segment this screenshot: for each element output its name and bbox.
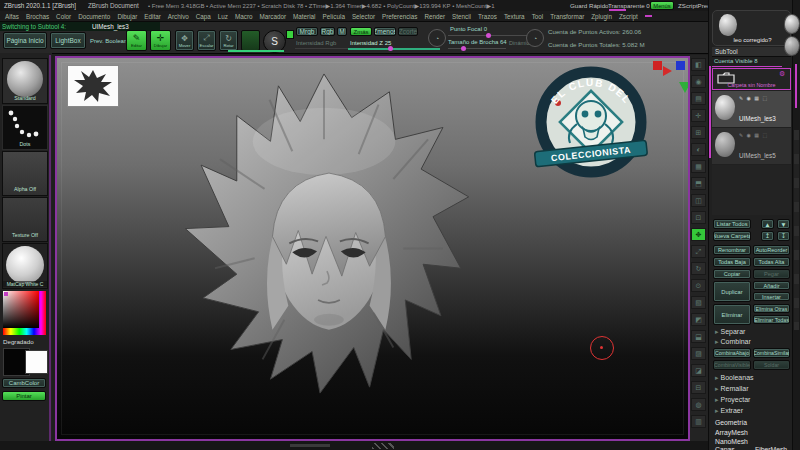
sculptris-pro-button[interactable] <box>241 30 260 51</box>
bottom-scrollbar[interactable] <box>290 444 330 447</box>
menu-dibujar[interactable]: Dibujar <box>117 13 137 20</box>
paint-button[interactable]: Pintar <box>2 391 46 401</box>
live-boolean-label[interactable]: Prev. Booleana <box>90 38 131 44</box>
subtool-row-icons[interactable]: ✎ ◉ ▦ ⬚ <box>739 132 768 138</box>
menu-editar[interactable]: Editar <box>144 13 160 20</box>
merge-similar-button[interactable]: CombinaSimilar <box>753 348 790 358</box>
focal-shift-handle[interactable] <box>486 33 491 38</box>
insert-button[interactable]: Insertar <box>753 292 790 301</box>
duplicate-button[interactable]: Duplicar <box>713 281 751 302</box>
color-picker[interactable] <box>3 291 46 335</box>
current-tool-thumbnail[interactable] <box>719 14 737 36</box>
section-project[interactable]: ▸ Proyectar <box>715 396 750 404</box>
lightbox-button[interactable]: LightBox <box>50 32 86 49</box>
shelf-icon-16[interactable]: ◩ <box>691 313 706 326</box>
shelf-icon-8[interactable]: ⬒ <box>691 177 706 190</box>
zadd-button[interactable]: Zmás <box>350 27 372 36</box>
menu-tool[interactable]: Tool <box>532 13 544 20</box>
shelf-icon-15[interactable]: ▧ <box>691 296 706 309</box>
zsub-button[interactable]: Zmenos <box>374 27 396 36</box>
focal-shift-slider-label[interactable]: Punto Focal 0 <box>450 26 487 32</box>
shelf-icon-6[interactable]: ◐ <box>691 143 706 156</box>
delete-button[interactable]: Eliminar <box>713 304 751 325</box>
material-thumbnail[interactable]: MatCap White C <box>2 243 48 289</box>
z-intensity-track[interactable] <box>348 48 440 50</box>
gradient-label[interactable]: Degradado <box>3 338 34 345</box>
m-button[interactable]: M <box>337 27 347 36</box>
folder-down-button[interactable]: ↧ <box>777 231 790 241</box>
subtool-header[interactable]: SubTool <box>712 47 791 57</box>
shelf-icon-17[interactable]: ⬓ <box>691 330 706 343</box>
shelf-icon-3[interactable]: ▤ <box>691 92 706 105</box>
shelf-icon-2[interactable]: ◉ <box>691 75 706 88</box>
color-sv-square[interactable] <box>3 291 39 328</box>
merge-down-button[interactable]: CombinaAbajo <box>713 348 751 358</box>
menu-transformar[interactable]: Transformar <box>550 13 584 20</box>
menu-archivo[interactable]: Archivo <box>168 13 189 20</box>
copy-button[interactable]: Copiar <box>713 269 751 279</box>
shelf-icon-20[interactable]: ⊟ <box>691 381 706 394</box>
alpha-thumbnail[interactable]: Alpha Off <box>2 151 48 196</box>
paste-button[interactable]: Pegar <box>753 269 790 279</box>
shelf-icon-7[interactable]: ▦ <box>691 160 706 173</box>
shelf-icon-18[interactable]: ▨ <box>691 347 706 360</box>
scale-mode-button[interactable]: ⤢ Escalar <box>197 30 216 51</box>
shelf-icon-13[interactable]: ↻ <box>691 262 706 275</box>
switch-color-button[interactable]: CambColor <box>2 378 46 388</box>
draw-size-handle[interactable] <box>461 46 466 51</box>
texture-thumbnail[interactable]: Texture Off <box>2 197 48 242</box>
current-tool-box[interactable]: leo corregido? <box>712 10 791 46</box>
menu-macro[interactable]: Macro <box>235 13 253 20</box>
edge-scrollbar[interactable] <box>795 64 797 108</box>
edge-tile-column[interactable] <box>794 130 799 330</box>
section-extract[interactable]: ▸ Extraer <box>715 407 743 415</box>
stroke-thumbnail[interactable]: Dots <box>2 105 48 150</box>
rgb-intensity-slider-label[interactable]: Intensidad Rgb <box>296 40 336 46</box>
home-page-button[interactable]: Página Inicio <box>3 32 47 49</box>
z-intensity-slider-label[interactable]: Intensidad Z 25 <box>350 40 391 46</box>
menu-pelicula[interactable]: Película <box>323 13 345 20</box>
subtool-row-icons[interactable]: ✎ ◉ ▦ ⬚ <box>739 95 768 101</box>
menu-zplugin[interactable]: Zplugin <box>591 13 612 20</box>
menu-capa[interactable]: Capa <box>196 13 211 20</box>
tool-history-thumbnail-2[interactable] <box>784 36 800 56</box>
palette-arraymesh[interactable]: ArrayMesh <box>715 429 748 436</box>
menu-alfas[interactable]: Alfas <box>5 13 19 20</box>
gear-icon[interactable]: ⚙ <box>779 70 785 78</box>
move-up-button[interactable]: ▲ <box>761 219 774 229</box>
lazy-mouse-knob[interactable]: ◔ <box>526 29 544 47</box>
new-folder-button[interactable]: Nueva Carpeta <box>713 231 751 241</box>
palette-fibermesh[interactable]: FiberMesh <box>755 446 787 450</box>
section-merge[interactable]: ▸ Combinar <box>715 338 751 346</box>
shelf-icon-21[interactable]: ◍ <box>691 398 706 411</box>
section-booleans[interactable]: ▸ Booleanas <box>715 374 754 382</box>
rotate-mode-button[interactable]: ↻ Rotar <box>219 30 238 51</box>
mrgb-button[interactable]: Mrgb <box>296 27 318 36</box>
menu-marcador[interactable]: Marcador <box>260 13 287 20</box>
menu-documento[interactable]: Documento <box>78 13 110 20</box>
shelf-icon-9[interactable]: ◫ <box>691 194 706 207</box>
append-button[interactable]: Añadir <box>753 281 790 290</box>
palette-nanomesh[interactable]: NanoMesh <box>715 438 748 445</box>
shelf-icon-14[interactable]: ⊙ <box>691 279 706 292</box>
shelf-icon-5[interactable]: ⊞ <box>691 126 706 139</box>
shelf-icon-4[interactable]: ✛ <box>691 109 706 122</box>
menu-material[interactable]: Material <box>293 13 315 20</box>
resize-grip[interactable] <box>372 443 394 449</box>
zscript-button[interactable]: ZScriptPred <box>678 2 711 9</box>
menus-button[interactable]: Menús <box>650 1 674 10</box>
left-tray-divider[interactable] <box>49 55 51 441</box>
list-all-button[interactable]: Listar Todos <box>713 219 751 229</box>
shelf-icon-1[interactable]: ◧ <box>691 58 706 71</box>
all-high-button[interactable]: Todas Alta <box>753 257 790 267</box>
weld-button[interactable]: Soldar <box>753 360 790 370</box>
tray-scrollbar[interactable] <box>709 66 711 158</box>
menu-brochas[interactable]: Brochas <box>26 13 49 20</box>
draw-mode-button[interactable]: ✛ Dibujar <box>150 30 171 51</box>
tool-history-thumbnail-1[interactable] <box>784 14 800 34</box>
palette-geometry[interactable]: Geometría <box>715 419 747 426</box>
menu-textura[interactable]: Textura <box>504 13 525 20</box>
menu-luz[interactable]: Luz <box>218 13 228 20</box>
palette-capas[interactable]: Capas <box>715 446 735 450</box>
menu-selector[interactable]: Selector <box>352 13 375 20</box>
